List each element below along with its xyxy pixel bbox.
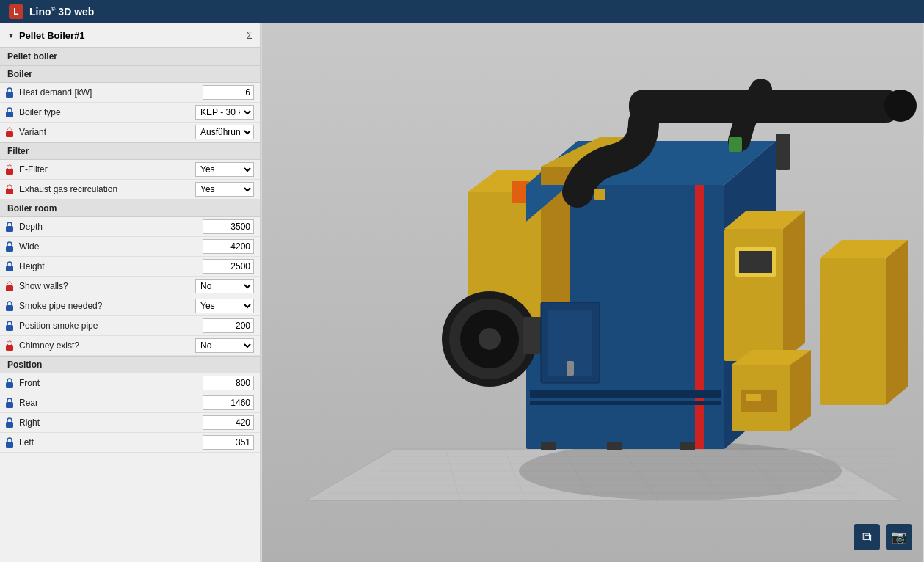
lock-icon-wide[interactable] [4,241,15,252]
field-label-depth: Depth [19,222,203,232]
svg-rect-72 [530,401,721,405]
lock-icon-height[interactable] [4,261,15,271]
section-label-pellet-boiler: Pellet boiler [0,48,260,65]
field-select-variant[interactable]: Ausführung B [195,125,254,139]
field-input-heat_demand[interactable] [203,85,254,100]
field-row-front: Front [0,373,260,393]
field-row-variant: VariantAusführung B [0,123,260,142]
svg-rect-10 [6,325,13,331]
lock-icon-rear[interactable] [4,398,15,408]
field-input-depth[interactable] [203,219,254,234]
svg-rect-8 [6,285,13,291]
field-label-e_filter: E-Filter [19,164,195,175]
field-input-pos_smoke_pipe[interactable] [203,318,254,333]
svg-rect-74 [607,442,622,450]
field-label-variant: Variant [19,127,195,137]
svg-rect-75 [680,442,695,450]
field-select-chimney[interactable]: NoYes [195,338,254,353]
field-select-show_walls[interactable]: NoYes [195,279,254,293]
main-layout: ▼ Pellet Boiler#1 Σ Pellet boilerBoilerH… [0,23,924,562]
field-input-left[interactable] [203,435,254,450]
sidebar: ▼ Pellet Boiler#1 Σ Pellet boilerBoilerH… [0,23,261,562]
svg-rect-5 [6,226,13,232]
svg-rect-12 [6,382,13,388]
lock-icon-e_filter[interactable] [4,164,15,175]
topbar: L Lino® 3D web [0,0,924,23]
lock-icon-chimney[interactable] [4,340,15,351]
svg-rect-73 [541,442,556,450]
collapse-arrow-icon[interactable]: ▼ [7,32,15,40]
sidebar-title: Pellet Boiler#1 [19,30,85,41]
svg-point-44 [479,328,501,350]
svg-rect-11 [6,345,13,351]
svg-rect-7 [6,266,13,271]
svg-rect-13 [6,402,13,408]
app-title: Lino® 3D web [29,6,94,18]
field-label-show_walls: Show walls? [19,281,195,291]
field-label-rear: Rear [19,398,203,408]
field-row-rear: Rear [0,393,260,413]
lock-icon-right[interactable] [4,417,15,428]
field-label-pos_smoke_pipe: Position smoke pipe [19,321,203,331]
lock-icon-smoke_pipe[interactable] [4,301,15,311]
svg-marker-67 [886,240,908,405]
section-label-position: Position [0,356,260,373]
sidebar-header: ▼ Pellet Boiler#1 Σ [0,23,260,48]
section-label-boiler: Boiler [0,65,260,83]
field-select-exhaust_gas[interactable]: YesNo [195,182,254,197]
lock-icon-variant[interactable] [4,127,15,137]
copy-screenshot-icon[interactable]: ⧉ [854,524,880,550]
field-select-e_filter[interactable]: YesNo [195,162,254,177]
svg-rect-0 [6,92,13,98]
field-input-wide[interactable] [203,239,254,254]
svg-rect-53 [729,137,742,152]
lock-icon-show_walls[interactable] [4,281,15,291]
svg-rect-2 [6,131,13,137]
svg-rect-37 [695,185,704,449]
svg-rect-6 [6,246,13,252]
field-row-e_filter: E-FilterYesNo [0,160,260,180]
viewport[interactable]: ⧉ 📷 [261,23,924,562]
lock-icon-front[interactable] [4,378,15,388]
lock-icon-heat_demand[interactable] [4,87,15,98]
field-input-rear[interactable] [203,395,254,410]
lock-icon-pos_smoke_pipe[interactable] [4,321,15,331]
field-row-heat_demand: Heat demand [kW] [0,83,260,103]
field-row-smoke_pipe: Smoke pipe needed?YesNo [0,296,260,316]
field-row-pos_smoke_pipe: Position smoke pipe [0,316,260,336]
field-label-left: Left [19,437,203,448]
sidebar-sections: Pellet boilerBoilerHeat demand [kW]Boile… [0,48,260,453]
field-label-boiler_type: Boiler type [19,107,195,117]
sigma-button[interactable]: Σ [246,29,252,41]
svg-rect-9 [6,305,13,311]
svg-rect-15 [6,442,13,448]
camera-icon[interactable]: 📷 [886,524,912,550]
field-select-boiler_type[interactable]: KEP - 30 kW [195,105,254,120]
lock-icon-boiler_type[interactable] [4,107,15,117]
svg-rect-1 [6,112,13,117]
svg-rect-14 [6,422,13,428]
lock-icon-exhaust_gas[interactable] [4,184,15,194]
svg-rect-58 [739,251,772,273]
field-select-smoke_pipe[interactable]: YesNo [195,299,254,313]
field-label-front: Front [19,378,203,388]
lock-icon-depth[interactable] [4,222,15,232]
field-label-smoke_pipe: Smoke pipe needed? [19,301,195,311]
svg-point-52 [884,90,917,122]
field-row-wide: Wide [0,237,260,257]
viewport-icons: ⧉ 📷 [854,524,912,550]
lock-icon-left[interactable] [4,437,15,448]
svg-rect-70 [567,361,574,376]
field-label-chimney: Chimney exist? [19,340,195,351]
svg-rect-65 [820,258,886,405]
svg-rect-3 [6,169,13,175]
field-input-front[interactable] [203,376,254,390]
svg-rect-63 [746,394,761,401]
field-row-boiler_type: Boiler typeKEP - 30 kW [0,103,260,123]
field-input-height[interactable] [203,259,254,274]
svg-rect-64 [776,134,790,170]
field-label-height: Height [19,261,203,271]
field-label-heat_demand: Heat demand [kW] [19,87,203,98]
field-input-right[interactable] [203,415,254,430]
field-label-wide: Wide [19,241,203,252]
